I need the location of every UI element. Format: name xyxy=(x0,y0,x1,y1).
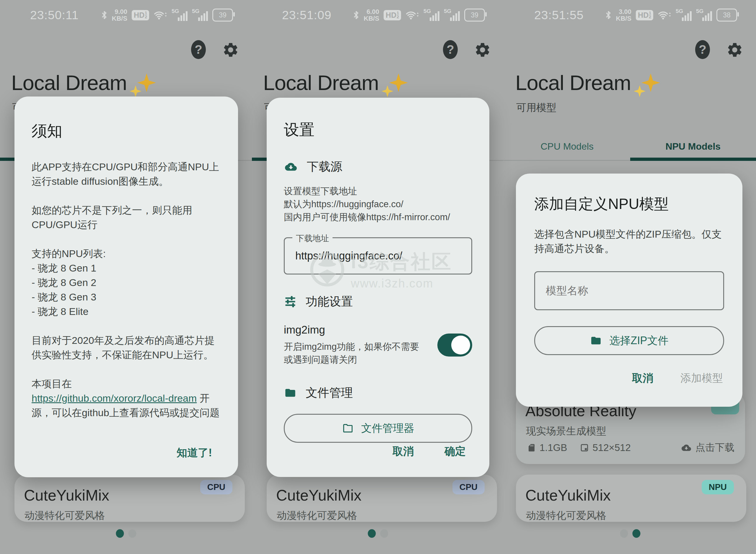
page-dot-2[interactable] xyxy=(128,529,136,538)
model-description: 现实场景生成模型 xyxy=(526,425,606,438)
download-action-label[interactable]: 点击下载 xyxy=(696,441,735,454)
model-name: CuteYukiMix xyxy=(24,486,109,504)
signal-icon-sim2: 5G xyxy=(192,8,208,22)
download-url-field-wrap: 下载地址 xyxy=(284,237,472,275)
page-dots xyxy=(368,529,388,538)
sparkles-icon xyxy=(633,71,660,98)
signal-icon-sim1: 5G xyxy=(423,8,440,22)
section-label: 下载源 xyxy=(307,159,342,175)
page-dot-2[interactable] xyxy=(632,529,640,538)
model-card-cuteyukimix[interactable]: CuteYukiMix 动漫特化可爱风格 CPU xyxy=(267,475,497,522)
battery-icon: 39 xyxy=(212,9,233,21)
signal-icon-sim2: 5G xyxy=(444,8,460,22)
gear-icon[interactable] xyxy=(222,41,239,58)
npu-support-list: 支持的NPU列表: - 骁龙 8 Gen 1 - 骁龙 8 Gen 2 - 骁龙… xyxy=(32,246,221,319)
confirm-button[interactable]: 确定 xyxy=(445,444,466,459)
help-icon[interactable]: ? xyxy=(191,40,206,59)
help-icon[interactable]: ? xyxy=(695,40,710,59)
select-zip-label: 选择ZIP文件 xyxy=(609,334,668,348)
list-item: - 骁龙 8 Gen 3 xyxy=(32,290,221,304)
model-name: CuteYukiMix xyxy=(525,486,611,504)
bluetooth-icon xyxy=(605,10,612,20)
resolution-icon xyxy=(580,443,589,452)
file-management-section: 文件管理 xyxy=(284,385,472,401)
model-name: CuteYukiMix xyxy=(276,486,361,504)
page-dot-1[interactable] xyxy=(620,529,628,538)
model-card-cuteyukimix[interactable]: CuteYukiMix 动漫特化可爱风格 CPU xyxy=(14,475,245,522)
model-description: 动漫特化可爱风格 xyxy=(526,509,606,522)
cloud-download-icon xyxy=(284,161,298,173)
model-description: 动漫特化可爱风格 xyxy=(277,509,357,522)
img2img-setting-row: img2img 开启img2img功能，如果你不需要或遇到问题请关闭 xyxy=(284,324,472,366)
dialog-actions: 取消 确定 xyxy=(393,444,466,459)
page-dot-1[interactable] xyxy=(368,529,375,538)
download-url-input[interactable] xyxy=(288,250,468,262)
acknowledge-button[interactable]: 知道了! xyxy=(177,446,212,460)
phone-left: 23:50:11 9.00KB/S HD12 5G 5G 39 ? Local … xyxy=(0,0,252,554)
network-speed: 9.00KB/S xyxy=(112,8,128,22)
tab-indicator xyxy=(630,158,756,161)
sd-card-icon xyxy=(527,443,536,453)
cancel-button[interactable]: 取消 xyxy=(393,444,414,459)
model-meta-row: 1.1GB 512×512 点击下载 xyxy=(527,441,735,454)
gear-icon[interactable] xyxy=(726,41,743,58)
folder-icon xyxy=(284,387,297,399)
battery-icon: 39 xyxy=(464,9,485,21)
dialog-description: 选择包含NPU模型文件的ZIP压缩包。仅支持高通芯片设备。 xyxy=(534,227,724,256)
phone-middle: 23:51:09 6.00KB/S HD12 5G 5G 39 ? Local … xyxy=(252,0,504,554)
model-name-input[interactable] xyxy=(539,284,720,297)
toggle-thumb xyxy=(451,336,470,354)
folder-outline-icon xyxy=(342,423,354,434)
status-bar: 23:51:09 6.00KB/S HD12 5G 5G 39 xyxy=(252,0,504,28)
wifi-icon xyxy=(154,9,167,21)
page-dot-1[interactable] xyxy=(116,529,124,538)
download-cloud-icon xyxy=(681,443,692,452)
notice-paragraph-1: 此APP支持在CPU/GPU和部分高通NPU上运行stable diffusio… xyxy=(32,160,221,188)
file-manager-button[interactable]: 文件管理器 xyxy=(284,414,472,443)
cpu-badge: CPU xyxy=(200,480,233,494)
hd-call-icon: HD12 xyxy=(384,10,401,20)
tab-cpu-models[interactable]: CPU Models xyxy=(504,141,630,152)
clock: 23:51:55 xyxy=(534,8,584,22)
dialog-actions: 取消 添加模型 xyxy=(632,371,723,385)
model-size: 1.1GB xyxy=(540,442,567,453)
network-speed: 3.00KB/S xyxy=(616,8,632,22)
clock: 23:51:09 xyxy=(282,8,332,22)
dialog-title: 添加自定义NPU模型 xyxy=(534,194,724,214)
add-model-button[interactable]: 添加模型 xyxy=(681,371,723,385)
field-label: 下载地址 xyxy=(292,233,333,244)
model-card-cuteyukimix[interactable]: CuteYukiMix 动漫特化可爱风格 NPU xyxy=(516,475,746,522)
screenshot-root: 23:50:11 9.00KB/S HD12 5G 5G 39 ? Local … xyxy=(0,0,756,554)
tab-npu-models[interactable]: NPU Models xyxy=(630,141,756,152)
sparkles-icon xyxy=(381,71,408,98)
folder-icon xyxy=(590,335,602,346)
wifi-icon xyxy=(658,9,671,21)
app-title: Local Dream xyxy=(515,71,660,98)
settings-dialog: 设置 下载源 设置模型下载地址 默认为https://huggingface.c… xyxy=(267,98,489,477)
app-title: Local Dream xyxy=(263,71,408,98)
section-label: 文件管理 xyxy=(306,385,353,401)
list-item: - 骁龙 8 Gen 2 xyxy=(32,275,221,290)
battery-icon: 38 xyxy=(716,9,737,21)
status-bar: 23:50:11 9.00KB/S HD12 5G 5G 39 xyxy=(0,0,252,28)
page-subtitle: 可用模型 xyxy=(516,101,556,114)
github-link[interactable]: https://github.com/xororz/local-dream xyxy=(32,393,197,404)
page-dots xyxy=(116,529,136,538)
list-title: 支持的NPU列表: xyxy=(32,246,221,261)
sparkles-icon xyxy=(129,71,156,98)
notice-paragraph-4: 本项目在 https://github.com/xororz/local-dre… xyxy=(32,377,221,420)
model-description: 动漫特化可爱风格 xyxy=(24,509,105,522)
gear-icon[interactable] xyxy=(474,41,491,58)
help-icon[interactable]: ? xyxy=(443,40,458,59)
network-speed: 6.00KB/S xyxy=(364,8,380,22)
notice-paragraph-2: 如您的芯片不是下列之一，则只能用CPU/GPU运行 xyxy=(32,203,221,232)
model-resolution: 512×512 xyxy=(593,442,631,453)
download-source-description: 设置模型下载地址 默认为https://huggingface.co/ 国内用户… xyxy=(284,185,472,224)
download-source-section: 下载源 xyxy=(284,159,472,175)
app-title: Local Dream xyxy=(11,71,156,98)
select-zip-button[interactable]: 选择ZIP文件 xyxy=(534,326,724,355)
img2img-toggle[interactable] xyxy=(437,334,472,356)
page-dot-2[interactable] xyxy=(380,529,388,538)
cancel-button[interactable]: 取消 xyxy=(632,371,653,385)
tune-icon xyxy=(284,295,297,308)
